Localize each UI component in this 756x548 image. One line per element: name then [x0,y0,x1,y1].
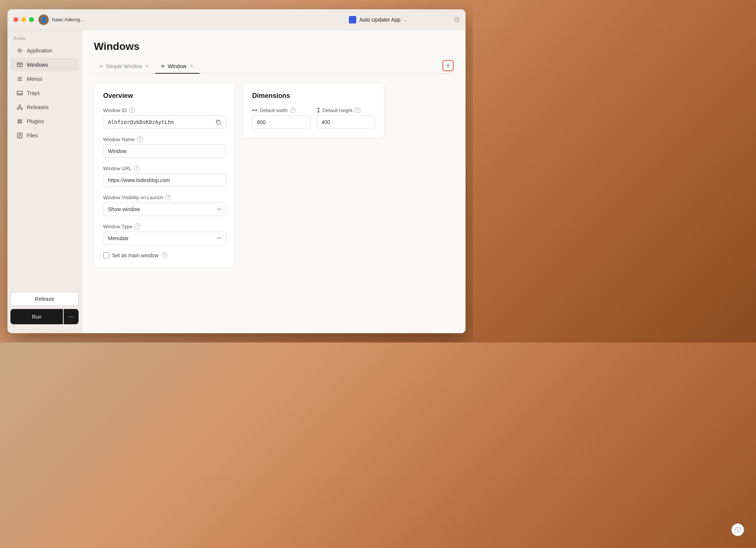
tabs-bar: 👁 Simple Window ✕ 👁 Window ✕ + [94,60,454,74]
width-arrow-icon [252,108,257,112]
window-id-label: Window ID ? [103,107,226,113]
maximize-button[interactable] [29,17,34,22]
sidebar-toggle-icon[interactable]: ⊟ [454,16,460,24]
overview-card: Overview Window ID ? [94,83,235,268]
default-height-label: Default height ? [317,107,375,113]
window-url-group: Window URL ? [103,165,226,187]
sidebar-item-menus[interactable]: Menus [10,72,79,86]
window-type-select[interactable]: Menubar Normal Utility [103,232,226,245]
sidebar-label-trays: Trays [27,90,39,96]
run-more-button[interactable]: ⋯ [64,309,79,324]
svg-point-9 [19,105,20,106]
main-window-row: Set as main window ? [103,252,226,258]
svg-point-15 [18,120,19,121]
run-button[interactable]: Run [10,309,63,324]
window-type-group: Window Type ? Menubar Normal Utility [103,223,226,245]
content-body: Overview Window ID ? [82,74,466,333]
tray-icon [16,90,23,96]
title-bar-right: ⊟ [454,16,460,24]
window-name-group: Window Name ? [103,136,226,158]
release-button[interactable]: Release [10,292,79,306]
tab-window[interactable]: 👁 Window ✕ [155,60,200,74]
default-width-group: Default width ? [252,107,311,129]
svg-rect-7 [17,91,22,95]
content-area: Windows 👁 Simple Window ✕ 👁 Window ✕ + [82,30,466,333]
svg-point-17 [18,122,19,123]
default-height-input[interactable] [317,115,375,129]
default-height-group: Default height ? [317,107,375,129]
sidebar-section-label: Builder [7,36,82,44]
window-visibility-label: Window Visibility on Launch ? [103,194,226,200]
sidebar-label-application: Application [27,48,53,54]
window-type-label: Window Type ? [103,223,226,229]
menu-icon [16,76,23,82]
svg-rect-23 [217,121,220,124]
svg-point-0 [19,50,21,52]
tab-simple-window[interactable]: 👁 Simple Window ✕ [94,60,155,74]
window-name-input[interactable] [103,144,226,158]
svg-point-18 [20,122,22,123]
app-title: Auto Updater App [359,17,401,23]
svg-line-14 [20,108,22,108]
releases-icon [16,104,23,111]
files-icon [16,132,23,139]
tab-simple-window-label: Simple Window [106,63,142,69]
window-name-help-icon[interactable]: ? [137,136,143,142]
overview-title: Overview [103,92,226,100]
plugins-icon [16,118,23,125]
main-layout: Builder Application [7,30,466,333]
sidebar-item-windows[interactable]: Windows [10,58,79,71]
default-width-input[interactable] [252,115,311,129]
sidebar-item-files[interactable]: Files [10,129,79,142]
window-type-help-icon[interactable]: ? [134,223,140,229]
chevron-down-icon[interactable]: ⌄ [403,17,407,22]
tab-window-label: Window [168,63,186,69]
tab-close-simple-window[interactable]: ✕ [144,63,150,69]
window-url-input[interactable] [103,173,226,187]
gear-icon [16,47,23,54]
sidebar-item-application[interactable]: Application [10,44,79,57]
sidebar-label-plugins: Plugins [27,118,44,124]
app-title-area: Auto Updater App ⌄ [349,16,407,23]
window-id-input-wrapper [103,115,226,129]
svg-point-16 [20,120,22,121]
main-window-label: Set as main window [112,252,159,258]
height-arrow-icon [317,108,320,113]
add-window-button[interactable]: + [442,60,454,71]
svg-point-11 [21,108,22,109]
run-row: Run ⋯ [10,309,79,324]
tab-close-window[interactable]: ✕ [188,63,194,69]
default-height-help-icon[interactable]: ? [355,107,360,113]
sidebar: Builder Application [7,30,82,333]
svg-point-10 [17,108,19,109]
window-visibility-help-icon[interactable]: ? [165,194,171,200]
window-visibility-group: Window Visibility on Launch ? Show windo… [103,194,226,216]
sidebar-label-menus: Menus [27,76,42,82]
page-title: Windows [94,41,454,52]
window-id-group: Window ID ? [103,107,226,129]
app-icon [349,16,356,23]
default-width-label: Default width ? [252,107,311,113]
title-bar: 👤 Isaac Aderog... Auto Updater App ⌄ ⊟ [7,9,466,30]
user-name: Isaac Aderog... [52,17,84,22]
main-window-checkbox[interactable] [103,252,109,258]
default-width-help-icon[interactable]: ? [290,107,296,113]
main-window-help-icon[interactable]: ? [162,252,168,258]
window-visibility-select[interactable]: Show window Hide window [103,203,226,216]
window-url-help-icon[interactable]: ? [134,165,140,171]
dimensions-title: Dimensions [252,92,375,100]
dimensions-row: Default width ? [252,107,375,129]
sidebar-label-releases: Releases [27,104,48,110]
sidebar-item-releases[interactable]: Releases [10,101,79,114]
window-id-input[interactable] [104,116,211,128]
eye-icon: 👁 [99,64,104,69]
window-id-help-icon[interactable]: ? [129,107,135,113]
avatar: 👤 [38,15,49,25]
close-button[interactable] [13,17,18,22]
copy-id-button[interactable] [211,120,226,125]
sidebar-item-plugins[interactable]: Plugins [10,115,79,128]
minimize-button[interactable] [21,17,26,22]
sidebar-item-trays[interactable]: Trays [10,86,79,100]
dimensions-card: Dimensions Default width ? [243,83,384,138]
sidebar-label-windows: Windows [27,62,48,68]
